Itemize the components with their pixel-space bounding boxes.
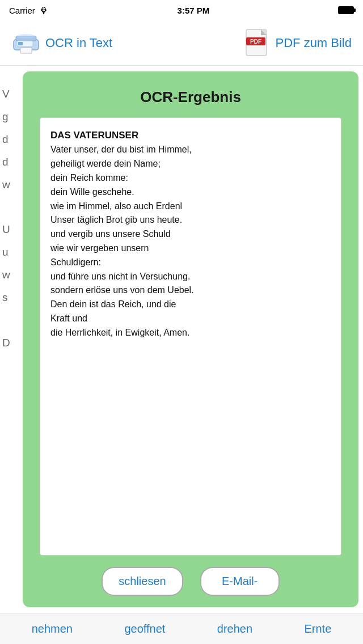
email-button[interactable]: E-Mail- — [200, 567, 280, 596]
tab-geoffnet[interactable]: geoffnet — [115, 618, 174, 640]
clock: 3:57 PM — [178, 6, 210, 15]
tab-nehmen[interactable]: nehmen — [23, 618, 82, 640]
tab-bar: nehmen geoffnet drehen Ernte — [0, 613, 363, 644]
tab-drehen[interactable]: drehen — [208, 618, 261, 640]
result-card: OCR-Ergebnis DAS VATERUNSER Vater unser,… — [23, 71, 358, 607]
main-content: VgddwUuwsD OCR-Ergebnis DAS VATERUNSER V… — [0, 66, 363, 613]
wifi-icon — [39, 7, 49, 14]
nav-bar: OCR in Text PDF PDF zum Bild — [0, 20, 363, 66]
carrier-indicator: Carrier — [9, 6, 49, 15]
background-text-left: VgddwUuwsD — [2, 83, 10, 354]
svg-point-0 — [43, 12, 44, 14]
svg-rect-4 — [18, 42, 23, 45]
nav-ocr-item[interactable]: OCR in Text — [11, 28, 182, 58]
battery-indicator — [338, 6, 354, 14]
tab-ernte[interactable]: Ernte — [295, 618, 340, 640]
svg-rect-5 — [20, 48, 32, 53]
button-row: schliesen E-Mail- — [102, 567, 279, 596]
pdf-icon: PDF — [245, 28, 271, 58]
status-bar: Carrier 3:57 PM — [0, 0, 363, 20]
nav-pdf-item[interactable]: PDF PDF zum Bild — [182, 28, 352, 58]
carrier-label: Carrier — [9, 6, 35, 15]
nav-pdf-label[interactable]: PDF zum Bild — [276, 36, 352, 50]
nav-ocr-label[interactable]: OCR in Text — [45, 36, 112, 50]
scanner-icon — [11, 28, 41, 58]
ocr-result-box: DAS VATERUNSER Vater unser, der du bist … — [40, 117, 341, 556]
card-title: OCR-Ergebnis — [140, 88, 241, 106]
close-button[interactable]: schliesen — [102, 567, 183, 596]
svg-point-6 — [17, 34, 35, 39]
ocr-text: DAS VATERUNSER Vater unser, der du bist … — [50, 128, 331, 340]
battery-icon — [338, 6, 354, 14]
ocr-title-line: DAS VATERUNSER — [50, 130, 138, 141]
svg-text:PDF: PDF — [250, 39, 261, 45]
